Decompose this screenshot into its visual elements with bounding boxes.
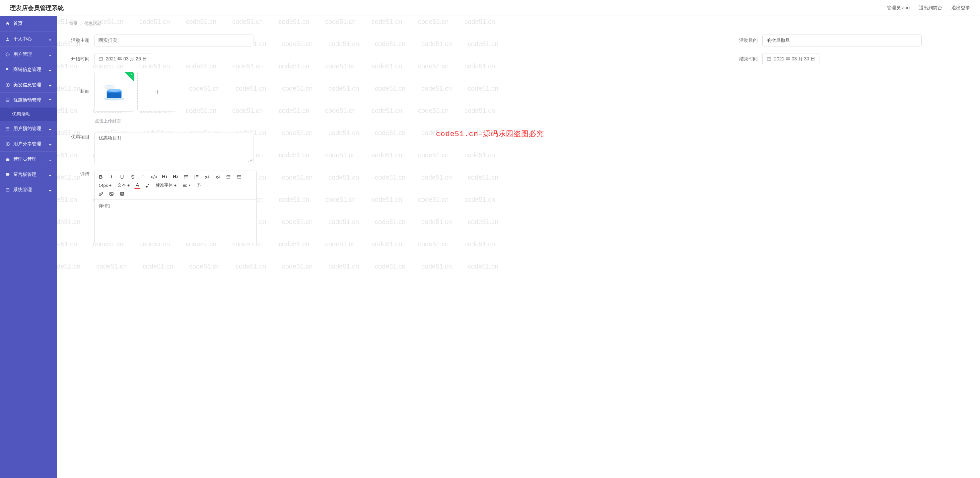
sidebar-subitem-promotions[interactable]: 优惠活动 xyxy=(0,108,57,121)
end-time-label: 结束时间 xyxy=(737,56,758,62)
logout-link[interactable]: 退出登录 xyxy=(951,5,970,11)
quote-button[interactable]: ” xyxy=(140,173,147,180)
textstyle-select[interactable]: 文本◆ xyxy=(116,182,131,189)
user-icon xyxy=(5,37,10,41)
underline-button[interactable]: U xyxy=(118,173,126,180)
rich-text-editor: B I U S ” </> H1 H2 123 x2 x2 xyxy=(94,170,257,243)
textstyle-value: 文本 xyxy=(118,182,126,188)
end-time-input[interactable]: 2021 年 03 月 30 日 xyxy=(762,53,819,65)
sidebar: 首页 个人中心 用户管理 商铺信息管理 美发信息管理 xyxy=(0,16,57,478)
svg-rect-4 xyxy=(6,99,10,99)
sidebar-item-label: 优惠活动管理 xyxy=(13,97,41,103)
sidebar-item-label: 美发信息管理 xyxy=(13,82,41,88)
save-button[interactable] xyxy=(118,190,126,198)
editor-toolbar: B I U S ” </> H1 H2 123 x2 x2 xyxy=(95,171,256,200)
purpose-value: 的撒旦撒旦 xyxy=(767,38,790,43)
svg-rect-9 xyxy=(6,130,10,130)
svg-point-31 xyxy=(184,178,185,178)
sidebar-item-profile[interactable]: 个人中心 xyxy=(0,31,57,46)
bullet-list-button[interactable] xyxy=(182,173,189,180)
exit-front-link[interactable]: 退出到前台 xyxy=(919,5,942,11)
svg-rect-6 xyxy=(6,101,10,102)
outdent-button[interactable] xyxy=(224,173,232,180)
topic-value: 啊实打实 xyxy=(99,38,117,43)
text-color-button[interactable]: A xyxy=(134,182,140,189)
start-time-input[interactable]: 2021 年 03 月 26 日 xyxy=(94,53,151,65)
project-textarea[interactable]: 优惠项目1| xyxy=(94,132,253,164)
sidebar-item-shares[interactable]: 用户分享管理 xyxy=(0,136,57,151)
svg-rect-39 xyxy=(226,175,230,175)
chevron-down-icon xyxy=(48,127,52,131)
svg-rect-17 xyxy=(99,57,103,60)
sidebar-item-label: 个人中心 xyxy=(13,36,32,42)
breadcrumb-home[interactable]: 首页 xyxy=(69,21,78,27)
fontsize-value: 14px xyxy=(99,183,108,188)
sidebar-item-label: 用户分享管理 xyxy=(13,141,41,147)
fontfamily-value: 标准字体 xyxy=(156,182,173,188)
highlight-color-button[interactable] xyxy=(144,182,151,189)
sidebar-item-label: 管理员管理 xyxy=(13,156,37,163)
fontsize-select[interactable]: 14px◆ xyxy=(97,182,113,189)
sidebar-item-admins[interactable]: 管理员管理 xyxy=(0,151,57,167)
bold-button[interactable]: B xyxy=(97,173,105,180)
svg-point-3 xyxy=(6,83,10,87)
flag-icon xyxy=(5,67,10,72)
chevron-up-icon xyxy=(48,99,52,102)
sidebar-item-system[interactable]: 系统管理 xyxy=(0,182,57,197)
fontfamily-select[interactable]: 标准字体◆ xyxy=(154,182,178,189)
h1-button[interactable]: H1 xyxy=(161,173,168,180)
detail-label: 详情 xyxy=(69,171,89,177)
sidebar-item-label: 用户管理 xyxy=(13,51,32,57)
svg-rect-32 xyxy=(185,178,188,178)
subscript-button[interactable]: x2 xyxy=(204,173,211,180)
svg-point-49 xyxy=(110,193,111,194)
align-select[interactable]: ▾ xyxy=(181,182,192,189)
strikethrough-button[interactable]: S xyxy=(129,173,136,180)
sidebar-item-messages[interactable]: 留言板管理 xyxy=(0,167,57,182)
link-button[interactable] xyxy=(97,190,105,198)
svg-point-29 xyxy=(184,176,185,177)
svg-rect-50 xyxy=(121,192,123,195)
sidebar-item-reservations[interactable]: 用户预约管理 xyxy=(0,121,57,136)
sidebar-item-shops[interactable]: 商铺信息管理 xyxy=(0,62,57,77)
svg-point-26 xyxy=(105,84,114,87)
briefcase-icon xyxy=(5,157,10,162)
cover-image-thumbnail[interactable]: ✓ xyxy=(94,72,134,112)
svg-rect-48 xyxy=(110,192,113,195)
chevron-down-icon xyxy=(48,173,52,176)
ordered-list-button[interactable]: 123 xyxy=(193,173,200,180)
start-time-value: 2021 年 03 月 26 日 xyxy=(106,56,147,62)
svg-rect-40 xyxy=(228,176,230,177)
indent-button[interactable] xyxy=(235,173,242,180)
svg-rect-43 xyxy=(238,176,241,177)
svg-rect-45 xyxy=(183,184,187,184)
clear-format-button[interactable]: Tx xyxy=(195,182,202,189)
home-icon xyxy=(5,21,10,26)
image-button[interactable] xyxy=(108,190,115,198)
sidebar-item-users[interactable]: 用户管理 xyxy=(0,46,57,62)
gear-icon xyxy=(5,52,10,57)
chevron-down-icon xyxy=(48,68,52,72)
purpose-input[interactable]: 的撒旦撒旦 xyxy=(762,35,922,46)
italic-button[interactable]: I xyxy=(108,173,115,180)
svg-rect-42 xyxy=(237,175,240,175)
chevron-down-icon xyxy=(48,53,52,56)
h2-button[interactable]: H2 xyxy=(172,173,179,180)
editor-content[interactable]: 详情1 xyxy=(95,200,256,243)
top-header: 理发店会员管理系统 管理员 abo 退出到前台 退出登录 xyxy=(0,0,980,16)
breadcrumb-current: 优惠活动 xyxy=(84,21,102,27)
add-cover-button[interactable]: ＋ xyxy=(137,72,177,112)
sidebar-item-label: 商铺信息管理 xyxy=(13,67,41,73)
list-icon xyxy=(5,126,10,131)
superscript-button[interactable]: x2 xyxy=(214,173,221,180)
topic-input[interactable]: 啊实打实 xyxy=(94,35,253,46)
admin-label[interactable]: 管理员 abo xyxy=(887,5,910,11)
resize-handle-icon[interactable] xyxy=(248,159,252,163)
sidebar-item-hair-info[interactable]: 美发信息管理 xyxy=(0,77,57,92)
sidebar-item-promotions[interactable]: 优惠活动管理 xyxy=(0,92,57,108)
code-button[interactable]: </> xyxy=(150,173,158,180)
svg-point-0 xyxy=(7,38,9,39)
check-icon: ✓ xyxy=(130,73,133,76)
sidebar-item-home[interactable]: 首页 xyxy=(0,16,57,31)
svg-point-10 xyxy=(7,143,8,145)
